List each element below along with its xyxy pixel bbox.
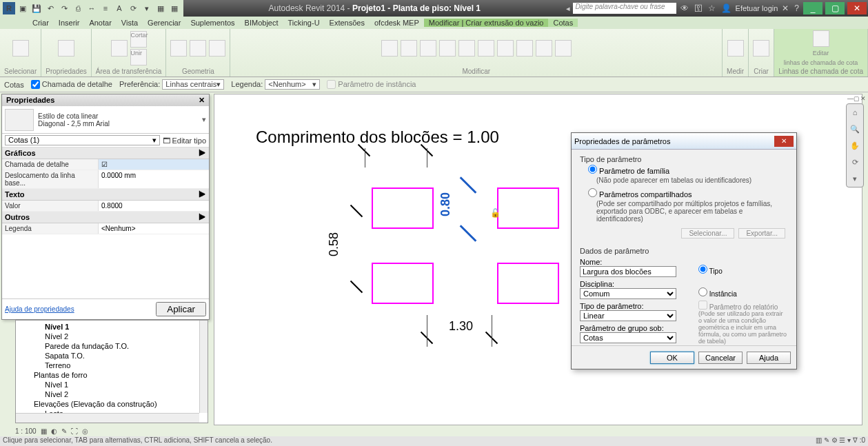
tab-ticking[interactable]: Ticking-U xyxy=(283,19,325,27)
dialog-close-button[interactable]: ✕ xyxy=(774,136,794,147)
measure-icon[interactable]: ↔ xyxy=(85,2,98,14)
star-icon[interactable]: ☆ xyxy=(707,3,717,13)
tree-item[interactable]: Plantas de forro xyxy=(17,370,206,380)
tree-item[interactable]: Nível 2 xyxy=(17,332,206,341)
edit-type-button[interactable]: 🗔Editar tipo xyxy=(163,136,206,145)
radio-compartilhado[interactable]: Parâmetros compartilhados xyxy=(588,190,692,199)
login-link[interactable]: Efetuar login xyxy=(736,4,778,12)
mod6-icon[interactable] xyxy=(478,40,494,57)
vc5-icon[interactable]: ◎ xyxy=(82,427,88,435)
cat-graficos[interactable]: Gráficos⯈ xyxy=(2,148,209,159)
geom2-icon[interactable] xyxy=(190,40,206,57)
dim-080[interactable]: 0.80 xyxy=(438,192,453,216)
type-selector[interactable]: Estilo de cota linearDiagonal - 2,5 mm A… xyxy=(2,106,209,134)
tab-criar[interactable]: Criar xyxy=(28,19,54,27)
vc1-icon[interactable]: ▦ xyxy=(41,427,47,435)
measure-icon[interactable] xyxy=(727,40,744,57)
properties-help-link[interactable]: Ajuda de propriedades xyxy=(5,305,74,313)
instance-param-checkbox[interactable]: Parâmetro de instância xyxy=(327,80,416,90)
mod1-icon[interactable] xyxy=(381,40,398,57)
view-corner-icons[interactable]: — ▢ ✕ xyxy=(847,95,865,102)
properties-tool-icon[interactable] xyxy=(58,40,74,57)
vc3-icon[interactable]: ✎ xyxy=(61,427,67,435)
chevron-down-icon[interactable]: ▾ xyxy=(849,172,861,185)
vc4-icon[interactable]: ⛶ xyxy=(71,427,78,435)
properties-close-icon[interactable]: ✕ xyxy=(199,96,205,105)
tab-bimobject[interactable]: BIMobject xyxy=(240,19,283,27)
help-button[interactable]: Ajuda xyxy=(747,352,791,364)
mod5-icon[interactable] xyxy=(458,40,475,57)
geom3-icon[interactable] xyxy=(209,40,225,57)
split-icon[interactable]: ◂ xyxy=(566,4,570,13)
tab-ofcdesk[interactable]: ofcdesk MEP xyxy=(370,19,424,27)
minimize-button[interactable]: _ xyxy=(803,2,822,14)
tree-item[interactable]: Nível 1 xyxy=(17,322,206,332)
status-right-icons[interactable]: ▥ ✎ ⚙ ☰ ▾ ∇ :0 xyxy=(816,436,865,446)
chevron-down-icon[interactable]: ▾ xyxy=(202,115,206,124)
tipo-param-dropdown[interactable]: Linear xyxy=(580,310,676,321)
cut-label[interactable]: Cortar xyxy=(130,31,147,48)
orbit-icon[interactable]: ⟳ xyxy=(849,156,861,168)
radio-tipo[interactable]: Tipo xyxy=(698,267,723,275)
edit-lines-icon[interactable] xyxy=(813,30,829,47)
mod2-icon[interactable] xyxy=(401,40,417,57)
tree-item[interactable]: Nível 1 xyxy=(17,380,206,389)
help-icon[interactable]: ? xyxy=(793,3,800,13)
join-label[interactable]: Unir xyxy=(130,49,147,65)
block-br[interactable] xyxy=(497,263,559,304)
legend-dropdown[interactable]: <Nenhum>▾ xyxy=(265,79,320,90)
block-tr[interactable] xyxy=(497,187,559,229)
tab-extensoes[interactable]: Extensões xyxy=(325,19,370,27)
export-shared-button[interactable]: Exportar... xyxy=(738,228,785,239)
tab-modificar-context[interactable]: Modificar | Criar extrusão do vazio xyxy=(424,19,549,27)
vc2-icon[interactable]: ◐ xyxy=(51,427,57,435)
tree-vscrollbar[interactable] xyxy=(199,321,208,413)
home-icon[interactable]: ⌂ xyxy=(849,106,861,119)
select-tool-icon[interactable] xyxy=(12,40,29,57)
tab-anotar[interactable]: Anotar xyxy=(84,19,116,27)
prop-legenda-field[interactable]: <Nenhum> xyxy=(99,223,209,234)
text-icon[interactable]: A xyxy=(113,2,125,14)
mod9-icon[interactable] xyxy=(536,40,552,57)
nome-field[interactable] xyxy=(580,266,676,277)
dim-058[interactable]: 0.58 xyxy=(327,232,341,256)
mod7-icon[interactable] xyxy=(497,40,514,57)
radio-instancia[interactable]: Instância xyxy=(698,290,737,298)
mod3-icon[interactable] xyxy=(420,40,436,57)
zoom-icon[interactable]: 🔍 xyxy=(849,123,861,135)
tab-suplementos[interactable]: Suplementos xyxy=(185,19,239,27)
prop-desloc-field[interactable]: 0.0000 mm xyxy=(99,170,209,188)
grupo-dropdown[interactable]: Cotas xyxy=(580,332,676,343)
cat-outros[interactable]: Outros⯈ xyxy=(2,212,209,223)
redo-icon[interactable]: ↷ xyxy=(58,2,70,14)
detail-call-checkbox[interactable]: Chamada de detalhe xyxy=(31,80,112,90)
view-scale[interactable]: 1 : 100 xyxy=(15,427,37,435)
geom1-icon[interactable] xyxy=(170,40,187,57)
ext1-icon[interactable]: ▦ xyxy=(154,2,167,14)
more-icon[interactable]: ▾ xyxy=(141,2,153,14)
paste-icon[interactable] xyxy=(111,40,128,57)
selection-filter-dropdown[interactable]: Cotas (1)▾ xyxy=(5,135,160,145)
lock-icon[interactable]: 🔓 xyxy=(490,208,501,218)
binoculars-icon[interactable]: 👁 xyxy=(679,3,690,13)
save-icon[interactable]: 💾 xyxy=(30,2,43,14)
tree-item[interactable]: Nível 2 xyxy=(17,389,206,399)
open-icon[interactable]: ▣ xyxy=(17,2,29,14)
project-browser[interactable]: Nível 1Nível 2Parede da fundação T.O.Sap… xyxy=(15,320,208,423)
prop-valor-field[interactable]: 0.8000 xyxy=(99,201,209,211)
disciplina-dropdown[interactable]: Comum xyxy=(580,288,676,299)
key-icon[interactable]: ⚿ xyxy=(693,3,704,13)
select-shared-button[interactable]: Selecionar... xyxy=(681,228,734,239)
tab-gerenciar[interactable]: Gerenciar xyxy=(143,19,185,27)
undo-icon[interactable]: ↶ xyxy=(44,2,57,14)
user-icon[interactable]: 👤 xyxy=(720,3,733,13)
tab-vista[interactable]: Vista xyxy=(117,19,143,27)
search-input[interactable]: Digite palavra-chave ou frase xyxy=(573,3,676,14)
cat-texto[interactable]: Texto⯈ xyxy=(2,189,209,201)
sync-icon[interactable]: ⟳ xyxy=(127,2,139,14)
block-tl[interactable] xyxy=(372,187,434,229)
maximize-button[interactable]: ▢ xyxy=(825,2,845,14)
tree-hscrollbar[interactable] xyxy=(16,413,199,423)
exchange-icon[interactable]: ✕ xyxy=(780,3,790,13)
close-button[interactable]: ✕ xyxy=(847,2,867,14)
